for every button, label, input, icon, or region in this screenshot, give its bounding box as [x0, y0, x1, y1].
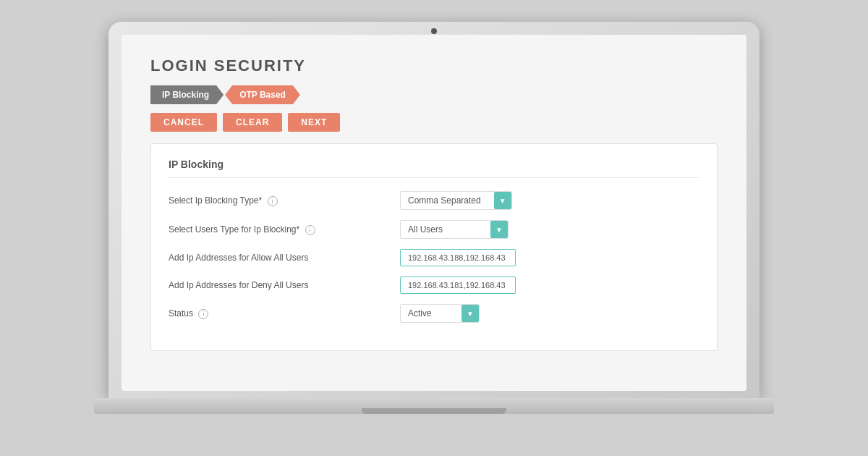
form-row-users-type: Select Users Type for Ip Blocking* i All… [169, 220, 699, 239]
form-row-deny-ip: Add Ip Addresses for Deny All Users [169, 276, 699, 294]
ip-blocking-card: IP Blocking Select Ip Blocking Type* i C… [150, 143, 718, 351]
form-row-status: Status i Active ▼ [169, 304, 699, 323]
dropdown-arrow-ip-blocking-type[interactable]: ▼ [494, 192, 511, 209]
control-status: Active ▼ [400, 304, 480, 323]
laptop-camera [431, 28, 437, 34]
select-status[interactable]: Active ▼ [400, 304, 480, 323]
card-title: IP Blocking [169, 159, 699, 178]
screen-bezel: LOGIN SECURITY IP Blocking OTP Based CAN… [109, 22, 760, 398]
label-allow-ip: Add Ip Addresses for Allow All Users [169, 253, 400, 263]
step-ip-blocking[interactable]: IP Blocking [150, 85, 224, 104]
select-users-type[interactable]: All Users ▼ [400, 220, 509, 239]
label-ip-blocking-type: Select Ip Blocking Type* i [169, 195, 400, 206]
control-allow-ip [400, 249, 516, 266]
label-deny-ip: Add Ip Addresses for Deny All Users [169, 280, 400, 290]
laptop-screen: LOGIN SECURITY IP Blocking OTP Based CAN… [122, 35, 746, 391]
form-row-ip-blocking-type: Select Ip Blocking Type* i Comma Separat… [169, 191, 699, 210]
label-status: Status i [169, 308, 400, 319]
next-button[interactable]: NEXT [288, 113, 340, 132]
laptop-base [94, 398, 774, 414]
deny-ip-input[interactable] [400, 276, 516, 294]
form-row-allow-ip: Add Ip Addresses for Allow All Users [169, 249, 699, 266]
control-deny-ip [400, 276, 516, 294]
control-ip-blocking-type: Comma Separated ▼ [400, 191, 512, 210]
info-icon-ip-blocking-type[interactable]: i [268, 196, 278, 206]
page-title: LOGIN SECURITY [150, 56, 718, 75]
dropdown-arrow-users-type[interactable]: ▼ [490, 221, 508, 238]
dropdown-arrow-status[interactable]: ▼ [461, 305, 479, 322]
label-users-type: Select Users Type for Ip Blocking* i [169, 224, 400, 235]
select-ip-blocking-type[interactable]: Comma Separated ▼ [400, 191, 512, 210]
cancel-button[interactable]: CANCEL [150, 113, 217, 132]
info-icon-status[interactable]: i [198, 309, 208, 319]
step-otp-based[interactable]: OTP Based [225, 85, 300, 104]
info-icon-users-type[interactable]: i [305, 225, 315, 235]
laptop-container: LOGIN SECURITY IP Blocking OTP Based CAN… [87, 22, 781, 434]
steps-container: IP Blocking OTP Based [150, 85, 718, 104]
allow-ip-input[interactable] [400, 249, 516, 266]
screen-content: LOGIN SECURITY IP Blocking OTP Based CAN… [122, 35, 746, 391]
clear-button[interactable]: CLEAR [223, 113, 282, 132]
action-buttons-row: CANCEL CLEAR NEXT [150, 113, 718, 132]
control-users-type: All Users ▼ [400, 220, 509, 239]
